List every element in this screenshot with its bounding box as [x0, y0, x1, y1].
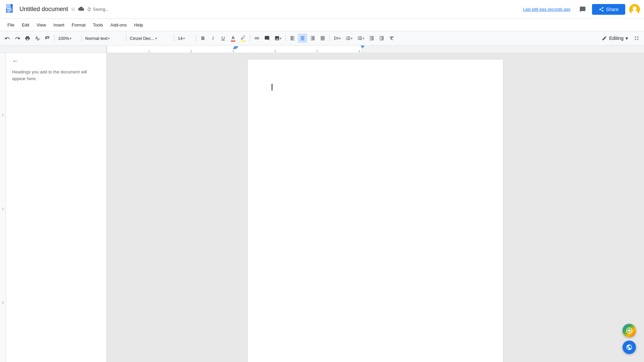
gemini-fab-button[interactable]: [623, 324, 636, 337]
align-center-button[interactable]: [298, 34, 307, 43]
menu-bar: File Edit View Insert Format Tools Add-o…: [0, 19, 644, 31]
style-arrow-icon: ▾: [108, 37, 110, 40]
align-right-button[interactable]: [308, 34, 317, 43]
insert-image-button[interactable]: ▾: [272, 34, 283, 43]
line-spacing-arrow-icon: ▾: [339, 37, 341, 40]
menu-insert[interactable]: Insert: [50, 21, 68, 29]
underline-button[interactable]: U: [218, 34, 228, 43]
style-select[interactable]: Normal text ▾: [84, 34, 124, 43]
bold-button[interactable]: B: [198, 34, 208, 43]
font-size-select[interactable]: 14 ▾: [176, 34, 194, 43]
avatar[interactable]: [629, 4, 640, 15]
italic-button[interactable]: I: [208, 34, 218, 43]
separator-6: [250, 35, 250, 42]
svg-point-8: [633, 6, 637, 10]
sidebar-back-button[interactable]: ←: [12, 57, 19, 65]
highlight-icon: 🖊: [241, 35, 246, 40]
ruler-mark-6: 6: [359, 50, 360, 53]
highlight-color-bar: [241, 41, 246, 42]
separator-8: [329, 35, 330, 42]
text-color-button[interactable]: A: [228, 34, 238, 43]
ruler-mark-5: 5: [316, 50, 318, 53]
separator-7: [285, 35, 286, 42]
title-row: Untitled document ☆ Saving...: [19, 6, 523, 13]
svg-rect-5: [7, 10, 12, 11]
text-color-bar: [231, 41, 235, 42]
menu-help[interactable]: Help: [131, 21, 147, 29]
menu-view[interactable]: View: [33, 21, 49, 29]
svg-rect-6: [7, 11, 10, 12]
highlight-button[interactable]: 🖊: [238, 34, 248, 43]
title-bar-right: Share: [577, 4, 640, 15]
explore-fab-button[interactable]: [623, 341, 636, 354]
title-section: Untitled document ☆ Saving...: [19, 6, 523, 13]
bulleted-list-arrow-icon: ▾: [363, 37, 364, 40]
toolbar-right: Editing ▾: [598, 34, 641, 43]
separator-3: [126, 35, 126, 42]
font-arrow-icon: ▾: [155, 37, 157, 40]
align-left-button[interactable]: [288, 34, 297, 43]
menu-addons[interactable]: Add-ons: [107, 21, 130, 29]
insert-comment-button[interactable]: [262, 34, 272, 43]
svg-rect-4: [7, 9, 12, 9]
sidebar-content: ← Headings you add to the document will …: [5, 57, 101, 82]
ruler: 1 2 3 4 5 6: [0, 46, 644, 53]
ruler-left-margin: [0, 46, 107, 53]
separator-2: [82, 35, 82, 42]
sidebar-heading-message: Headings you add to the document will ap…: [12, 69, 101, 82]
font-select[interactable]: Cinzel Dec... ▾: [128, 34, 172, 43]
bulleted-list-button[interactable]: ▾: [355, 34, 366, 43]
comment-button[interactable]: [577, 5, 588, 14]
editing-mode-button[interactable]: Editing ▾: [598, 34, 631, 42]
svg-rect-2: [6, 4, 11, 9]
separator-5: [196, 35, 196, 42]
doc-area[interactable]: [107, 53, 644, 362]
ruler-tab-stop[interactable]: [233, 46, 236, 49]
saving-status: Saving...: [87, 7, 109, 12]
sidebar: 1 2 3 4 5 6 ← Headings you add to the do…: [0, 53, 107, 362]
doc-title[interactable]: Untitled document: [19, 6, 68, 13]
clear-formatting-button[interactable]: [387, 34, 396, 43]
menu-edit[interactable]: Edit: [18, 21, 33, 29]
ruler-mark-1: 1: [148, 50, 150, 53]
ruler-mark-4: 4: [274, 50, 276, 53]
share-button[interactable]: Share: [592, 4, 625, 15]
ruler-mark-2: 2: [190, 50, 192, 53]
separator-4: [174, 35, 174, 42]
menu-file[interactable]: File: [4, 21, 18, 29]
increase-indent-button[interactable]: [377, 34, 386, 43]
last-edit-link[interactable]: Last edit was seconds ago: [523, 7, 570, 12]
fab-container: [623, 324, 636, 354]
ruler-content: 1 2 3 4 5 6: [107, 46, 644, 53]
size-arrow-icon: ▾: [183, 37, 185, 40]
cloud-icon[interactable]: [78, 6, 84, 13]
ruler-right-margin[interactable]: [361, 46, 365, 48]
title-bar: Untitled document ☆ Saving... Last edit …: [0, 0, 644, 19]
redo-button[interactable]: [13, 34, 22, 43]
ruler-inner: 1 2 3 4 5 6: [107, 46, 362, 53]
paint-format-button[interactable]: [43, 34, 52, 43]
document-page[interactable]: [248, 60, 503, 362]
editing-arrow-icon: ▾: [626, 36, 628, 41]
spellcheck-button[interactable]: [33, 34, 42, 43]
menu-format[interactable]: Format: [68, 21, 89, 29]
numbered-list-arrow-icon: ▾: [351, 37, 353, 40]
main-area: 1 2 3 4 5 6 ← Headings you add to the do…: [0, 53, 644, 362]
toolbar: 100% ▾ Normal text ▾ Cinzel Dec... ▾ 14 …: [0, 31, 644, 46]
print-button[interactable]: [23, 34, 32, 43]
expand-toolbar-button[interactable]: [632, 34, 641, 43]
ruler-mark-3: 3: [232, 50, 234, 53]
star-icon[interactable]: ☆: [71, 6, 75, 12]
undo-button[interactable]: [3, 34, 12, 43]
numbered-list-button[interactable]: ▾: [343, 34, 355, 43]
line-spacing-button[interactable]: ▾: [332, 34, 343, 43]
decrease-indent-button[interactable]: [367, 34, 376, 43]
doc-icon: [4, 3, 16, 15]
image-arrow-icon: ▾: [280, 37, 281, 40]
zoom-select[interactable]: 100% ▾: [57, 34, 79, 43]
separator-1: [54, 35, 55, 42]
justify-button[interactable]: [318, 34, 327, 43]
link-button[interactable]: [252, 34, 262, 43]
menu-tools[interactable]: Tools: [90, 21, 106, 29]
text-cursor: [272, 84, 272, 90]
